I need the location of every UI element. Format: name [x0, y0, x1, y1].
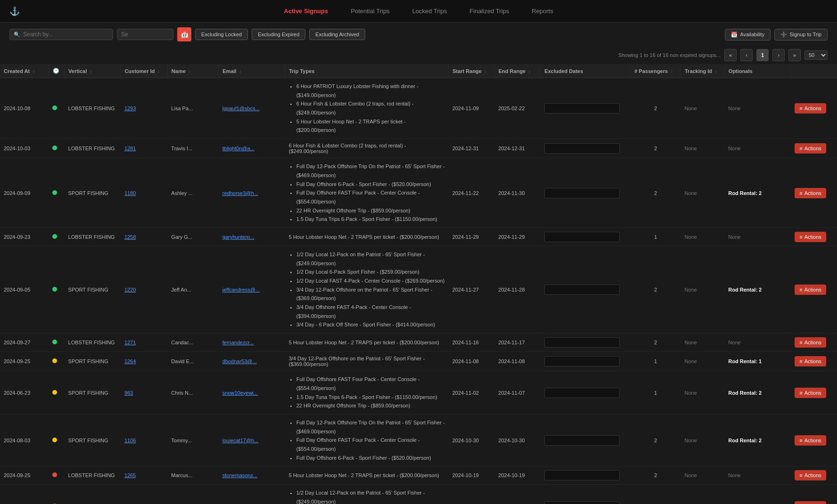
cell-trip-types: 3/4 Day 12-Pack Offshore on the Patriot … [285, 352, 449, 371]
th-passengers[interactable]: # Passengers ↕ [631, 64, 681, 78]
excluded-dates-input[interactable] [544, 103, 620, 114]
filter-excluding-archived[interactable]: Excluding Archived [309, 29, 365, 40]
table-row: 2024-09-25 SPORT FISHING 1264 David E...… [0, 352, 837, 371]
actions-button[interactable]: ≡ Actions [795, 103, 826, 114]
th-end-range[interactable]: End Range ↕ [494, 64, 541, 78]
cell-optionals: Rod Rental: 2 [724, 414, 791, 466]
cell-created: 2024-08-03 [0, 414, 49, 466]
search-input-secondary[interactable] [121, 31, 169, 38]
th-name[interactable]: Name ↕ [167, 64, 218, 78]
actions-button[interactable]: ≡ Actions [795, 337, 826, 348]
cell-tracking-id: None [681, 466, 724, 485]
calendar-button[interactable]: 📅 [177, 27, 191, 41]
cell-customer-id: 1293 [121, 78, 167, 139]
nav-item-active-signups[interactable]: Active Signups [280, 6, 332, 16]
email-link[interactable]: louiecat17@h... [222, 438, 259, 443]
customer-id-link[interactable]: 1220 [124, 287, 136, 293]
email-link[interactable]: stonemasonz... [222, 472, 258, 478]
actions-button[interactable]: ≡ Actions [795, 501, 826, 504]
customer-id-link[interactable]: 1106 [124, 438, 136, 443]
status-dot [52, 106, 57, 110]
th-created-at[interactable]: Created At ↕ [0, 64, 49, 78]
cell-trip-types: Full Day 12-Pack Offshore Trip On the Pa… [285, 158, 449, 228]
cell-start-range: 2024-11-02 [449, 371, 495, 415]
filter-excluding-locked[interactable]: Excluding Locked [195, 29, 248, 40]
cell-optionals: None [724, 139, 791, 158]
actions-button[interactable]: ≡ Actions [795, 470, 826, 480]
table-row: 2024-08-03 SPORT FISHING 1106 Tommy... l… [0, 414, 837, 466]
customer-id-link[interactable]: 1293 [124, 106, 136, 111]
cell-name: Travis I... [167, 139, 218, 158]
cell-name: David E... [167, 352, 218, 371]
customer-id-link[interactable]: 1264 [124, 358, 136, 364]
excluded-dates-input[interactable] [544, 232, 620, 242]
cell-end-range: 2024-10-30 [494, 414, 541, 466]
cell-customer-id: 760 [121, 485, 167, 504]
excluded-dates-input[interactable] [544, 501, 620, 504]
page-next[interactable]: › [772, 49, 785, 61]
th-vertical[interactable]: Vertical ↕ [65, 64, 121, 78]
status-dot [52, 190, 57, 195]
email-link[interactable]: lgpauf1@sbcs... [222, 106, 260, 111]
actions-button[interactable]: ≡ Actions [795, 232, 826, 242]
cell-created: 2024-09-25 [0, 466, 49, 485]
customer-id-link[interactable]: 1281 [124, 146, 136, 151]
signup-to-trip-button[interactable]: ➕ Signup to Trip [774, 29, 828, 41]
page-last[interactable]: » [788, 49, 801, 61]
cell-email: srstricklandfi... [219, 485, 285, 504]
th-email[interactable]: Email ↕ [219, 64, 285, 78]
excluded-dates-input[interactable] [544, 188, 620, 198]
actions-button[interactable]: ≡ Actions [795, 435, 826, 446]
email-link[interactable]: tblight0n@a... [222, 146, 254, 151]
excluded-dates-input[interactable] [544, 285, 620, 295]
page-size-select[interactable]: 50 25 100 [804, 50, 828, 60]
email-link[interactable]: garyhunterp... [222, 234, 254, 240]
cell-start-range: 2024-10-16 [449, 485, 495, 504]
nav-item-locked-trips[interactable]: Locked Trips [409, 6, 451, 16]
filter-excluding-expired[interactable]: Excluding Expired [252, 29, 305, 40]
table-row: 2024-09-23 LOBSTER FISHING 1258 Gary G..… [0, 228, 837, 246]
email-link[interactable]: dbodnar53@... [222, 358, 257, 364]
excluded-dates-input[interactable] [544, 388, 620, 398]
search-input[interactable] [23, 31, 109, 38]
menu-icon: ≡ [799, 472, 802, 478]
actions-button[interactable]: ≡ Actions [795, 188, 826, 198]
customer-id-link[interactable]: 963 [124, 390, 133, 396]
nav-item-reports[interactable]: Reports [528, 6, 557, 16]
menu-icon: ≡ [799, 340, 802, 345]
cell-status-dot [49, 228, 65, 246]
page-first[interactable]: « [724, 49, 737, 61]
excluded-dates-input[interactable] [544, 337, 620, 348]
customer-id-link[interactable]: 1265 [124, 472, 136, 478]
excluded-dates-input[interactable] [544, 143, 620, 154]
actions-button[interactable]: ≡ Actions [795, 388, 826, 398]
actions-button[interactable]: ≡ Actions [795, 356, 826, 366]
page-current[interactable]: 1 [756, 49, 769, 61]
customer-id-link[interactable]: 1271 [124, 340, 136, 345]
th-start-range[interactable]: Start Range ↕ [449, 64, 495, 78]
cell-actions: ≡ Actions [791, 139, 837, 158]
cell-trip-types: Full Day 12-Pack Offshore Trip On the Pa… [285, 414, 449, 466]
excluded-dates-input[interactable] [544, 435, 620, 446]
excluded-dates-input[interactable] [544, 356, 620, 366]
customer-id-link[interactable]: 1258 [124, 234, 136, 240]
email-link[interactable]: snow10eyewi... [222, 390, 258, 396]
cell-vertical: SPORT FISHING [65, 158, 121, 228]
excluded-dates-input[interactable] [544, 470, 620, 480]
th-customer-id[interactable]: Customer Id ↕ [121, 64, 167, 78]
email-link[interactable]: fernandezcr... [222, 340, 254, 345]
cell-passengers: 1 [631, 371, 681, 415]
page-prev[interactable]: ‹ [740, 49, 753, 61]
actions-button[interactable]: ≡ Actions [795, 285, 826, 295]
th-tracking-id[interactable]: Tracking Id ↕ [681, 64, 724, 78]
email-link[interactable]: jeffcandress@... [222, 287, 260, 293]
availability-button[interactable]: 📆 Availability [725, 29, 771, 41]
customer-id-link[interactable]: 1180 [124, 190, 136, 196]
menu-icon: ≡ [799, 234, 802, 240]
actions-button[interactable]: ≡ Actions [795, 143, 826, 154]
cell-actions: ≡ Actions [791, 333, 837, 352]
cell-customer-id: 1264 [121, 352, 167, 371]
nav-item-potential-trips[interactable]: Potential Trips [347, 6, 393, 16]
nav-item-finalized-trips[interactable]: Finalized Trips [466, 6, 513, 16]
email-link[interactable]: redhorse3@h... [222, 190, 258, 196]
